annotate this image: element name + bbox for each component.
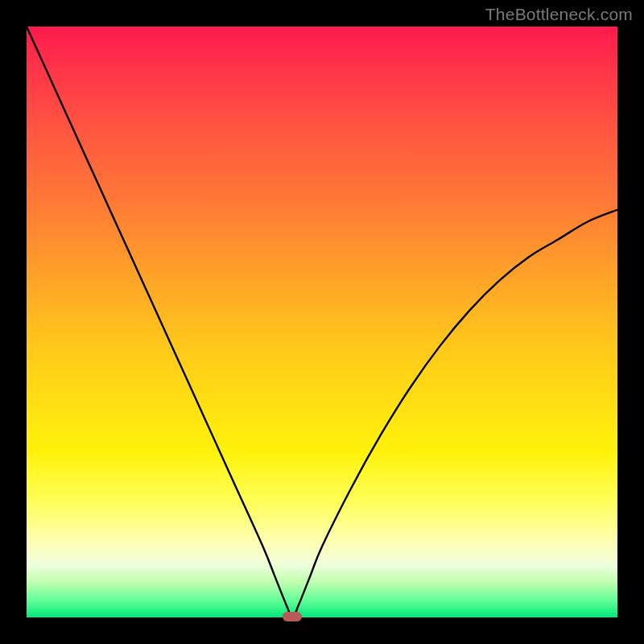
plot-area — [27, 27, 617, 617]
curve-line — [27, 27, 617, 617]
bottleneck-curve — [27, 27, 617, 617]
watermark-text: TheBottleneck.com — [485, 5, 633, 24]
optimal-point-marker — [283, 612, 302, 621]
outer-frame: TheBottleneck.com — [0, 0, 644, 644]
